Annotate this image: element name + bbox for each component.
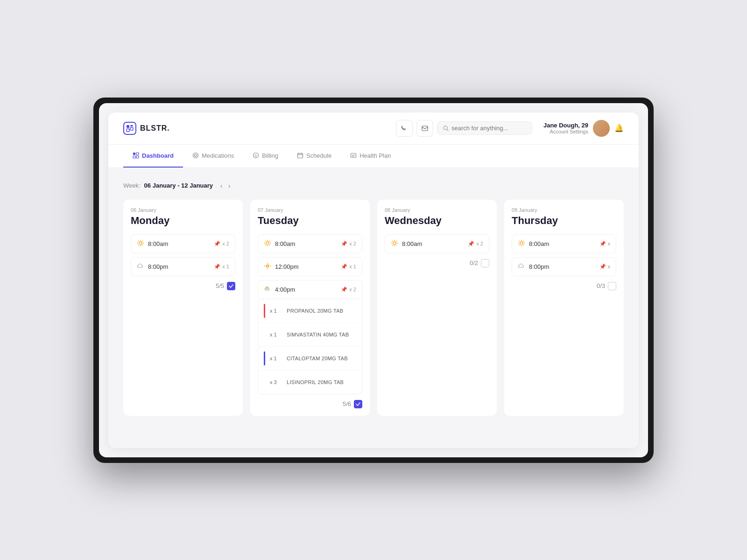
time-slot-tuesday-1[interactable]: 12:00pm 📌 x 1	[258, 257, 362, 276]
med-name-1: SIMVASTATIN 40MG TAB	[287, 332, 349, 337]
sun-icon-wed-0	[391, 239, 398, 248]
week-range: 06 January - 12 January	[144, 182, 213, 189]
svg-line-24	[138, 245, 139, 245]
time-text-wed-0: 8:00am	[402, 240, 422, 247]
score-monday: 5/5	[216, 282, 224, 289]
med-item-1: x 1 SIMVASTATIN 40MG TAB	[258, 323, 362, 347]
med-item-0: x 1 PROPANOL 20MG TAB	[258, 299, 362, 323]
check-wednesday[interactable]	[481, 259, 489, 267]
device-screen: BLSTR.	[99, 103, 648, 457]
nav-label-health-plan: Health Plan	[359, 152, 391, 159]
cloud-icon-mon-1	[137, 262, 144, 271]
sun-icon-tue-0	[264, 239, 271, 248]
header: BLSTR.	[108, 112, 639, 145]
time-slot-thursday-0[interactable]: 8:00am 📌 x	[512, 234, 616, 253]
sun-icon-mon-0	[137, 239, 144, 248]
nav-item-billing[interactable]: $ Billing	[243, 145, 288, 168]
nav-label-schedule: Schedule	[306, 152, 331, 159]
svg-line-55	[519, 241, 520, 242]
day-footer-wednesday: 0/2	[385, 259, 489, 267]
svg-point-10	[193, 153, 198, 158]
day-footer-monday: 5/5	[131, 282, 235, 290]
pin-icon-tue-2: 📌	[341, 287, 347, 293]
svg-line-23	[142, 241, 143, 242]
day-column-wednesday: 08 January Wednesday	[377, 200, 497, 416]
score-tuesday: 5/6	[343, 400, 351, 407]
week-prev-button[interactable]: ‹	[218, 181, 225, 190]
nav-label-billing: Billing	[262, 152, 278, 159]
mail-button[interactable]	[416, 120, 433, 137]
svg-line-49	[392, 245, 393, 245]
svg-rect-9	[136, 156, 139, 158]
time-text-tue-2: 4:00pm	[275, 286, 295, 293]
check-monday[interactable]	[227, 282, 235, 290]
user-name: Jane Dough, 29	[543, 122, 588, 129]
billing-icon: $	[253, 152, 259, 159]
med-name-0: PROPANOL 20MG TAB	[287, 308, 343, 314]
time-slot-wednesday-0[interactable]: 8:00am 📌 x 2	[385, 234, 489, 253]
count-mon-0: x 2	[222, 241, 229, 246]
med-indicator-red	[264, 304, 265, 318]
svg-line-22	[142, 245, 143, 245]
svg-line-30	[265, 241, 266, 242]
time-slot-tuesday-2[interactable]: 4:00pm 📌 x 2	[258, 280, 362, 299]
phone-icon	[401, 125, 408, 132]
time-slot-monday-0[interactable]: 8:00am 📌 x 2	[131, 234, 235, 253]
svg-rect-7	[136, 153, 139, 155]
day-column-tuesday: 07 January Tuesday	[250, 200, 370, 416]
check-tuesday[interactable]	[354, 400, 362, 408]
avatar-image	[593, 120, 610, 137]
pin-icon-wed-0: 📌	[468, 241, 474, 247]
score-thursday: 0/3	[597, 282, 605, 289]
svg-rect-2	[127, 129, 129, 132]
svg-rect-1	[130, 125, 133, 126]
bell-icon[interactable]: 🔔	[614, 124, 624, 133]
count-thu-1: x	[608, 264, 611, 269]
pin-icon-thu-1: 📌	[599, 264, 606, 270]
logo-text: BLSTR.	[140, 124, 170, 133]
check-thursday[interactable]	[608, 282, 616, 290]
sun-bright-icon-tue-1	[264, 262, 271, 271]
pin-icon-tue-1: 📌	[341, 264, 347, 270]
pin-icon-thu-0: 📌	[599, 241, 606, 247]
med-name-2: CITALOPTAM 20MG TAB	[287, 356, 348, 361]
day-name-thursday: Thursday	[512, 215, 616, 227]
count-tue-0: x 2	[349, 241, 356, 246]
svg-line-33	[265, 245, 266, 245]
logo: BLSTR.	[123, 122, 170, 135]
med-qty-3: x 3	[270, 379, 281, 385]
svg-rect-4	[422, 126, 428, 131]
pin-icon-mon-1: 📌	[214, 264, 220, 270]
pin-icon-mon-0: 📌	[214, 241, 220, 247]
med-qty-0: x 1	[270, 308, 281, 314]
svg-point-50	[520, 242, 523, 245]
nav-item-health-plan[interactable]: Health Plan	[341, 145, 400, 168]
med-item-3: x 3 LISINOPRIL 20MG TAB	[258, 371, 362, 394]
search-input[interactable]	[451, 125, 526, 132]
time-slot-tuesday-0[interactable]: 8:00am 📌 x 2	[258, 234, 362, 253]
time-text-tue-1: 12:00pm	[275, 263, 299, 270]
nav-item-schedule[interactable]: Schedule	[288, 145, 341, 168]
nav-item-dashboard[interactable]: Dashboard	[123, 145, 183, 168]
nav-item-medications[interactable]: Medications	[183, 145, 243, 168]
phone-button[interactable]	[396, 120, 413, 137]
device-frame: BLSTR.	[93, 98, 654, 463]
partly-cloudy-icon-tue-2	[264, 285, 271, 294]
svg-line-47	[396, 245, 397, 245]
account-settings-link[interactable]: Account Settings	[543, 129, 588, 134]
dashboard-icon	[133, 152, 139, 159]
week-nav: ‹ ›	[218, 181, 232, 190]
nav-label-dashboard: Dashboard	[142, 152, 174, 159]
med-indicator-gray-3	[264, 375, 265, 389]
sun-icon-thu-0	[518, 239, 525, 248]
time-slot-thursday-1[interactable]: 8:00pm 📌 x	[512, 257, 616, 276]
header-actions: Jane Dough, 29 Account Settings 🔔	[396, 120, 624, 137]
week-label: Week:	[123, 182, 141, 189]
time-slot-monday-1[interactable]: 8:00pm 📌 x 1	[131, 257, 235, 276]
week-next-button[interactable]: ›	[226, 181, 233, 190]
app-container: BLSTR.	[108, 112, 639, 448]
day-date-thursday: 09 January	[512, 207, 616, 213]
day-date-monday: 06 January	[131, 207, 235, 213]
nav-label-medications: Medications	[202, 152, 234, 159]
logo-icon	[123, 122, 136, 135]
